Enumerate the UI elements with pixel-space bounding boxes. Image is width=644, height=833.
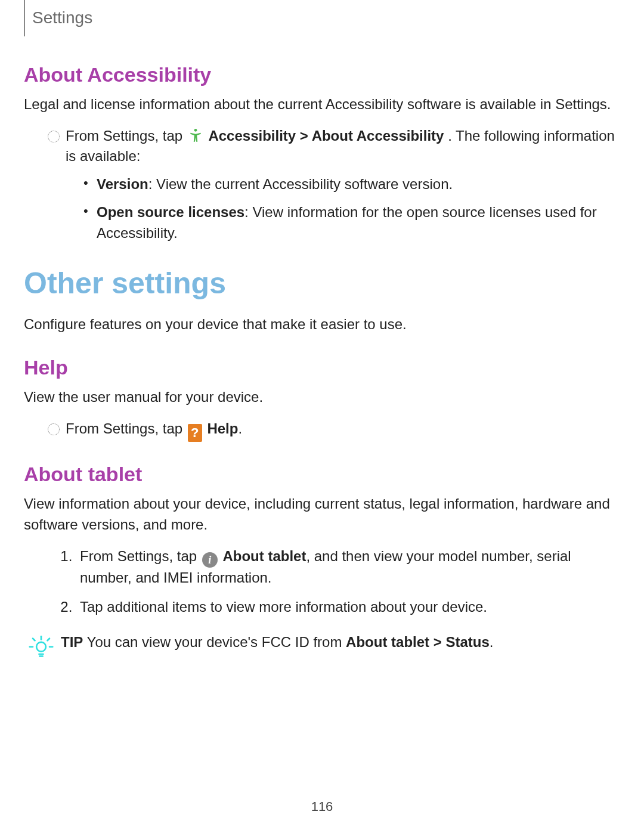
page-header: Settings <box>24 0 620 36</box>
step-prefix: From Settings, tap <box>66 420 187 436</box>
tip-prefix: You can view your device's FCC ID from <box>83 634 346 650</box>
step-bold: Help <box>207 420 238 436</box>
about-tablet-steps: From Settings, tap i About tablet, and t… <box>61 546 620 618</box>
step-body: From Settings, tap ? Help. <box>66 419 620 442</box>
item-label: Version <box>97 176 148 192</box>
heading-help: Help <box>24 353 620 382</box>
help-icon: ? <box>188 424 202 442</box>
accessibility-icon <box>188 128 203 143</box>
list-item: Tap additional items to view more inform… <box>76 597 620 618</box>
tip-body: TIP You can view your device's FCC ID fr… <box>61 632 620 653</box>
list-item: From Settings, tap i About tablet, and t… <box>76 546 620 589</box>
radio-bullet-icon <box>48 423 60 435</box>
page-number: 116 <box>0 797 644 816</box>
step-bold: About tablet <box>222 548 306 564</box>
about-accessibility-step: From Settings, tap Accessibility > About… <box>48 126 620 168</box>
svg-point-0 <box>194 129 197 132</box>
svg-line-5 <box>33 638 35 640</box>
tip-suffix: . <box>490 634 494 650</box>
help-intro: View the user manual for your device. <box>24 387 620 408</box>
about-accessibility-list: Version: View the current Accessibility … <box>83 174 620 243</box>
step-body: From Settings, tap Accessibility > About… <box>66 126 620 168</box>
tip-bold-path: About tablet > Status <box>346 634 490 650</box>
about-tablet-intro: View information about your device, incl… <box>24 494 620 535</box>
radio-bullet-icon <box>48 131 60 143</box>
tip-lightbulb-icon <box>29 633 54 664</box>
step-suffix: . <box>238 420 242 436</box>
list-item: Version: View the current Accessibility … <box>83 174 620 195</box>
svg-point-1 <box>36 642 46 651</box>
step-bold-path: Accessibility > About Accessibility <box>208 128 444 144</box>
step-prefix: Tap additional items to view more inform… <box>80 599 487 615</box>
svg-line-6 <box>48 638 50 640</box>
tip-row: TIP You can view your device's FCC ID fr… <box>29 632 620 664</box>
heading-about-tablet: About tablet <box>24 460 620 489</box>
heading-other-settings: Other settings <box>24 262 620 305</box>
header-title: Settings <box>32 8 92 27</box>
list-item: Open source licenses: View information f… <box>83 202 620 244</box>
other-settings-intro: Configure features on your device that m… <box>24 314 620 335</box>
tip-label: TIP <box>61 634 83 650</box>
heading-about-accessibility: About Accessibility <box>24 60 620 89</box>
step-prefix: From Settings, tap <box>66 128 187 144</box>
item-desc: : View the current Accessibility softwar… <box>148 176 453 192</box>
step-prefix: From Settings, tap <box>80 548 201 564</box>
about-accessibility-intro: Legal and license information about the … <box>24 94 620 115</box>
help-step: From Settings, tap ? Help. <box>48 419 620 442</box>
info-icon: i <box>202 552 218 568</box>
item-label: Open source licenses <box>97 204 244 220</box>
